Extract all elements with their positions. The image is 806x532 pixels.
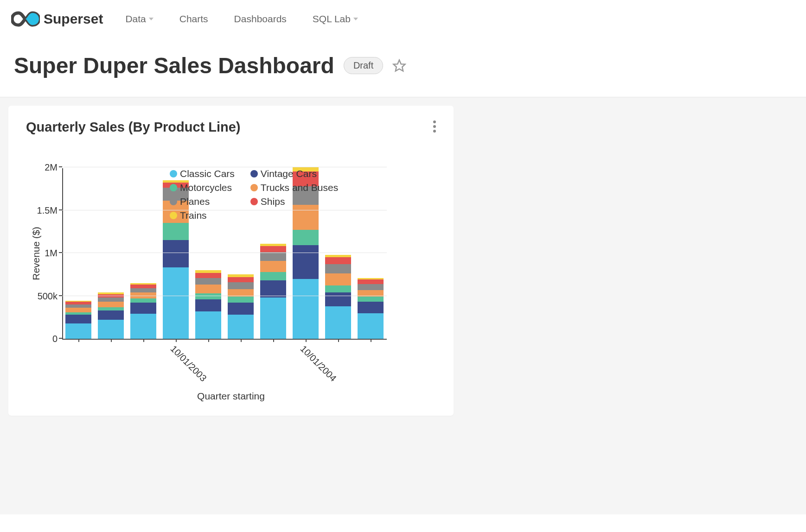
- bar-segment: [260, 252, 286, 261]
- bar-segment: [163, 240, 189, 267]
- chevron-down-icon: [149, 18, 154, 20]
- bar-slot: [95, 292, 127, 339]
- gridline: [62, 167, 387, 167]
- bar-segment: [65, 308, 91, 312]
- legend-label: Trucks and Buses: [261, 182, 338, 193]
- kebab-menu-icon[interactable]: [433, 119, 436, 134]
- stacked-bar[interactable]: [325, 255, 351, 339]
- bar-segment: [98, 302, 124, 307]
- y-tick: [59, 252, 62, 253]
- chart-area: Classic CarsVintage CarsMotorcyclesTruck…: [26, 168, 436, 402]
- bar-segment: [228, 282, 254, 289]
- brand-logo[interactable]: Superset: [11, 11, 103, 27]
- x-tick: [143, 339, 144, 342]
- dashboard-title[interactable]: Super Duper Sales Dashboard: [14, 53, 334, 78]
- legend-swatch: [170, 170, 177, 177]
- legend-label: Trains: [180, 210, 207, 221]
- bar-segment: [195, 293, 221, 299]
- nav-charts-label: Charts: [179, 13, 208, 25]
- bar-segment: [228, 297, 254, 303]
- nav-data[interactable]: Data: [125, 13, 153, 25]
- legend-label: Ships: [261, 196, 285, 207]
- x-tick-label: 10/01/2004: [298, 343, 339, 384]
- bar-segment: [98, 298, 124, 302]
- x-tick: [176, 339, 177, 342]
- chart-title[interactable]: Quarterly Sales (By Product Line): [26, 120, 436, 135]
- bar-segment: [325, 257, 351, 264]
- bar-segment: [260, 261, 286, 272]
- y-tick-label: 1.5M: [37, 205, 58, 215]
- bar-segment: [293, 230, 319, 245]
- bar-segment: [195, 311, 221, 339]
- y-tick-label: 1M: [45, 248, 58, 259]
- stacked-bar[interactable]: [358, 278, 384, 339]
- stacked-bar[interactable]: [228, 274, 254, 339]
- legend-item[interactable]: Vintage Cars: [250, 168, 338, 179]
- bar-segment: [130, 298, 156, 303]
- nav-dashboards-label: Dashboards: [234, 13, 287, 25]
- y-axis-title: Revenue ($): [31, 227, 42, 280]
- legend-swatch: [250, 170, 258, 177]
- svg-marker-0: [394, 60, 405, 71]
- stacked-bar[interactable]: [260, 244, 286, 339]
- legend-item[interactable]: Planes: [170, 196, 235, 207]
- bar-segment: [130, 285, 156, 288]
- y-tick-label: 2M: [45, 162, 58, 173]
- legend-item[interactable]: Trucks and Buses: [250, 182, 338, 193]
- nav-sqllab-label: SQL Lab: [313, 13, 351, 25]
- bar-segment: [98, 307, 124, 310]
- bar-segment: [358, 313, 384, 339]
- bar-segment: [130, 314, 156, 339]
- star-icon[interactable]: [392, 59, 406, 73]
- bar-segment: [98, 320, 124, 339]
- chart-legend: Classic CarsVintage CarsMotorcyclesTruck…: [170, 168, 338, 221]
- bar-segment: [325, 292, 351, 306]
- legend-swatch: [250, 198, 258, 205]
- y-tick: [59, 338, 62, 339]
- infinity-icon: [11, 11, 40, 27]
- chart-card: Quarterly Sales (By Product Line) Classi…: [8, 106, 454, 416]
- bar-segment: [325, 306, 351, 339]
- x-tick: [338, 339, 339, 342]
- bar-segment: [358, 279, 384, 284]
- bar-slot: [62, 301, 95, 339]
- bar-segment: [358, 297, 384, 302]
- nav-items: Data Charts Dashboards SQL Lab: [125, 13, 358, 25]
- legend-swatch: [250, 184, 258, 191]
- legend-label: Motorcycles: [180, 182, 232, 193]
- brand-name: Superset: [44, 11, 103, 27]
- nav-charts[interactable]: Charts: [179, 13, 208, 25]
- stacked-bar[interactable]: [130, 283, 156, 339]
- gridline: [62, 296, 387, 296]
- x-tick-label: 10/01/2003: [168, 343, 209, 384]
- bar-slot: [224, 274, 257, 339]
- legend-swatch: [170, 198, 177, 205]
- y-tick: [59, 295, 62, 296]
- nav-dashboards[interactable]: Dashboards: [234, 13, 287, 25]
- bar-segment: [260, 246, 286, 252]
- stacked-bar[interactable]: [195, 270, 221, 339]
- bar-segment: [163, 223, 189, 240]
- legend-item[interactable]: Trains: [170, 210, 235, 221]
- bar-segment: [228, 303, 254, 315]
- bar-segment: [195, 278, 221, 285]
- x-tick: [208, 339, 209, 342]
- bar-segment: [260, 272, 286, 281]
- legend-item[interactable]: Motorcycles: [170, 182, 235, 193]
- x-tick: [78, 339, 79, 342]
- bar-segment: [195, 299, 221, 311]
- stacked-bar[interactable]: [65, 301, 91, 339]
- legend-swatch: [170, 212, 177, 219]
- nav-sqllab[interactable]: SQL Lab: [313, 13, 358, 25]
- dashboard-grid: Quarterly Sales (By Product Line) Classi…: [0, 97, 806, 514]
- status-badge[interactable]: Draft: [344, 57, 383, 74]
- bar-segment: [325, 264, 351, 273]
- x-tick: [111, 339, 112, 342]
- chevron-down-icon: [353, 18, 358, 20]
- stacked-bar[interactable]: [98, 292, 124, 339]
- legend-item[interactable]: Ships: [250, 196, 338, 207]
- y-tick-label: 0: [52, 334, 58, 344]
- bar-segment: [293, 279, 319, 339]
- legend-label: Vintage Cars: [261, 168, 317, 179]
- legend-item[interactable]: Classic Cars: [170, 168, 235, 179]
